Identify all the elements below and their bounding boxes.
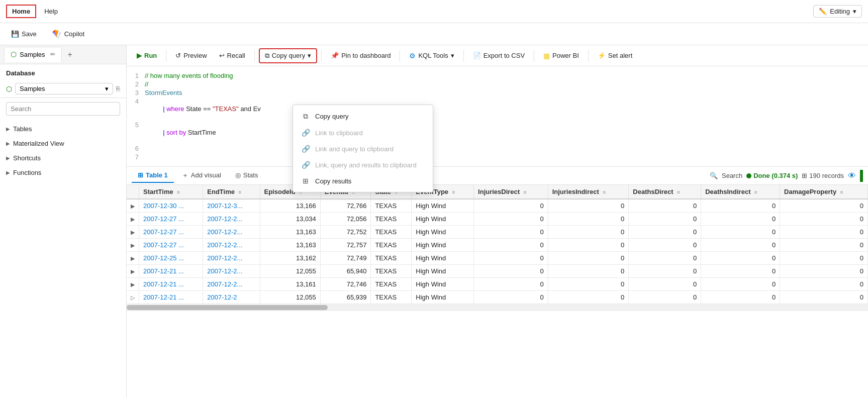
- cell-deathindirect: 0: [701, 226, 780, 239]
- code-line-6: 6: [127, 144, 868, 153]
- run-button[interactable]: ▶ Run: [132, 49, 162, 62]
- col-header-endtime[interactable]: EndTime ≡: [203, 185, 260, 199]
- col-header-injuriesindirect[interactable]: InjuriesIndirect ≡: [548, 185, 629, 199]
- row-expand-cell[interactable]: ▶: [127, 213, 139, 226]
- row-expand-cell[interactable]: ▶: [127, 278, 139, 291]
- db-selector: ⬡ Samples ▾ ⎘: [0, 80, 126, 98]
- main-area: ⬡ Samples ✏ + Database ⬡ Samples ▾ ⎘ ▶ T…: [0, 45, 868, 397]
- row-expand-cell[interactable]: ▶: [127, 199, 139, 213]
- row-expand-cell[interactable]: ▶: [127, 239, 139, 252]
- cell-state: TEXAS: [371, 199, 412, 213]
- cell-state: TEXAS: [371, 226, 412, 239]
- table-icon: ⊞: [138, 171, 143, 179]
- cell-eventtype: High Wind: [412, 291, 474, 304]
- status-done: Done (0.374 s): [746, 172, 798, 179]
- export-csv-button[interactable]: 📄 Export to CSV: [468, 49, 530, 62]
- pin-dashboard-button[interactable]: 📌 Pin to dashboard: [326, 49, 396, 62]
- pin-dashboard-label: Pin to dashboard: [341, 52, 391, 59]
- table-row[interactable]: ▶ 2007-12-30 ... 2007-12-3... 13,166 72,…: [127, 199, 868, 213]
- separator: [166, 50, 166, 62]
- copy-db-icon[interactable]: ⎘: [116, 85, 120, 92]
- cell-state: TEXAS: [371, 278, 412, 291]
- code-line-7: 7: [127, 153, 868, 161]
- preview-button[interactable]: ↺ Preview: [170, 49, 212, 62]
- sidebar-item-tables[interactable]: ▶ Tables: [0, 122, 126, 136]
- cell-episodeid: 13,161: [260, 278, 320, 291]
- cell-damageprop: 0: [780, 239, 868, 252]
- sidebar-item-functions[interactable]: ▶ Functions: [0, 165, 126, 180]
- recall-button[interactable]: ↩ Recall: [214, 49, 250, 62]
- tab-table1[interactable]: ⊞ Table 1: [132, 168, 174, 183]
- dropdown-item-copy-results[interactable]: ⊞ Copy results: [293, 173, 433, 189]
- help-menu-item[interactable]: Help: [44, 8, 58, 15]
- sidebar-tree: ▶ Tables ▶ Materialized View ▶ Shortcuts…: [0, 120, 126, 182]
- tab-samples[interactable]: ⬡ Samples ✏: [4, 47, 62, 62]
- line-number: 6: [127, 145, 145, 152]
- search-icon: 🔍: [710, 172, 718, 179]
- table-row[interactable]: ▶ 2007-12-27 ... 2007-12-2... 13,163 72,…: [127, 239, 868, 252]
- table-row[interactable]: ▷ 2007-12-21 ... 2007-12-2 12,055 65,939…: [127, 291, 868, 304]
- tab-add-visual[interactable]: ＋ Add visual: [176, 168, 227, 184]
- add-tab-button[interactable]: +: [64, 48, 76, 61]
- cell-episodeid: 12,055: [260, 265, 320, 278]
- col-header-starttime[interactable]: StartTime ≡: [139, 185, 203, 199]
- cell-endtime: 2007-12-2...: [203, 265, 260, 278]
- sidebar-item-shortcuts[interactable]: ▶ Shortcuts: [0, 151, 126, 165]
- results-area: ⊞ Table 1 ＋ Add visual ◎ Stats 🔍 Search: [127, 167, 868, 397]
- copy-query-button[interactable]: ⧉ Copy query ▾: [259, 48, 317, 63]
- code-line-4: 4 | where State == "TEXAS" and Ev: [127, 97, 868, 121]
- table-row[interactable]: ▶ 2007-12-25 ... 2007-12-2... 13,162 72,…: [127, 252, 868, 265]
- dropdown-item-link-query-clipboard: 🔗 Link and query to clipboard: [293, 141, 433, 157]
- power-bi-button[interactable]: ▦ Power BI: [538, 49, 584, 62]
- results-status: 🔍 Search Done (0.374 s) ⊞ 190 records 👁: [710, 170, 863, 182]
- home-menu-item[interactable]: Home: [6, 5, 36, 18]
- col-header-injuriesdirect[interactable]: InjuriesDirect ≡: [474, 185, 548, 199]
- cell-starttime: 2007-12-21 ...: [139, 265, 203, 278]
- row-expand-cell[interactable]: ▶: [127, 226, 139, 239]
- table-header-row: StartTime ≡ EndTime ≡ EpisodeId ≡ EventI…: [127, 185, 868, 199]
- row-expand-cell[interactable]: ▷: [127, 291, 139, 304]
- code-token: StormEvents: [145, 89, 868, 96]
- table-row[interactable]: ▶ 2007-12-21 ... 2007-12-2... 13,161 72,…: [127, 278, 868, 291]
- copilot-button[interactable]: 🪁 Copilot: [48, 27, 88, 41]
- row-expand-cell[interactable]: ▶: [127, 252, 139, 265]
- dropdown-item-link-query-results: 🔗 Link, query and results to clipboard: [293, 157, 433, 173]
- chevron-down-icon: ▾: [308, 52, 311, 59]
- cell-deathindirect: 0: [701, 278, 780, 291]
- cell-starttime: 2007-12-27 ...: [139, 213, 203, 226]
- dropdown-copy-results-label: Copy results: [315, 177, 351, 185]
- search-input[interactable]: [6, 102, 120, 116]
- tab-stats[interactable]: ◎ Stats: [229, 168, 264, 183]
- green-dot-icon: [746, 173, 751, 178]
- row-expand-cell[interactable]: ▶: [127, 265, 139, 278]
- horizontal-scrollbar[interactable]: [127, 304, 868, 311]
- col-header-deathsdirect[interactable]: DeathsDirect ≡: [629, 185, 701, 199]
- table-row[interactable]: ▶ 2007-12-27 ... 2007-12-2... 13,034 72,…: [127, 213, 868, 226]
- kql-tools-button[interactable]: ⚙ KQL Tools ▾: [404, 49, 459, 62]
- editing-button[interactable]: ✏️ Editing ▾: [813, 5, 862, 18]
- search-results-label[interactable]: Search: [722, 172, 742, 179]
- cell-eventid: 72,752: [320, 226, 371, 239]
- dropdown-copy-query-label: Copy query: [315, 113, 348, 120]
- save-button[interactable]: 💾 Save: [7, 28, 41, 40]
- cell-state: TEXAS: [371, 291, 412, 304]
- separator7: [588, 50, 589, 62]
- db-dropdown[interactable]: Samples ▾: [15, 83, 113, 94]
- table-row[interactable]: ▶ 2007-12-21 ... 2007-12-2... 12,055 65,…: [127, 265, 868, 278]
- sidebar-item-materialized-view[interactable]: ▶ Materialized View: [0, 136, 126, 151]
- copy-query-dropdown: ⧉ Copy query 🔗 Link to clipboard 🔗 Link …: [293, 105, 433, 192]
- sidebar-item-functions-label: Functions: [13, 169, 41, 176]
- samples-icon: ⬡: [11, 50, 17, 58]
- code-token: //: [145, 80, 868, 88]
- col-header-deathsindirect[interactable]: DeathsIndirect ≡: [701, 185, 780, 199]
- code-editor[interactable]: 1 // how many events of flooding 2 // 3 …: [127, 66, 868, 167]
- visibility-icon[interactable]: 👁: [848, 171, 856, 180]
- sidebar-search-container: [0, 98, 126, 120]
- table-row[interactable]: ▶ 2007-12-27 ... 2007-12-2... 13,163 72,…: [127, 226, 868, 239]
- edit-tab-icon[interactable]: ✏: [50, 51, 55, 58]
- chevron-right-icon: ▶: [6, 155, 10, 161]
- dropdown-item-copy-query[interactable]: ⧉ Copy query: [293, 108, 433, 125]
- set-alert-button[interactable]: ⚡ Set alert: [593, 49, 637, 62]
- cell-eventid: 72,746: [320, 278, 371, 291]
- col-header-damageproperty[interactable]: DamageProperty ≡: [780, 185, 868, 199]
